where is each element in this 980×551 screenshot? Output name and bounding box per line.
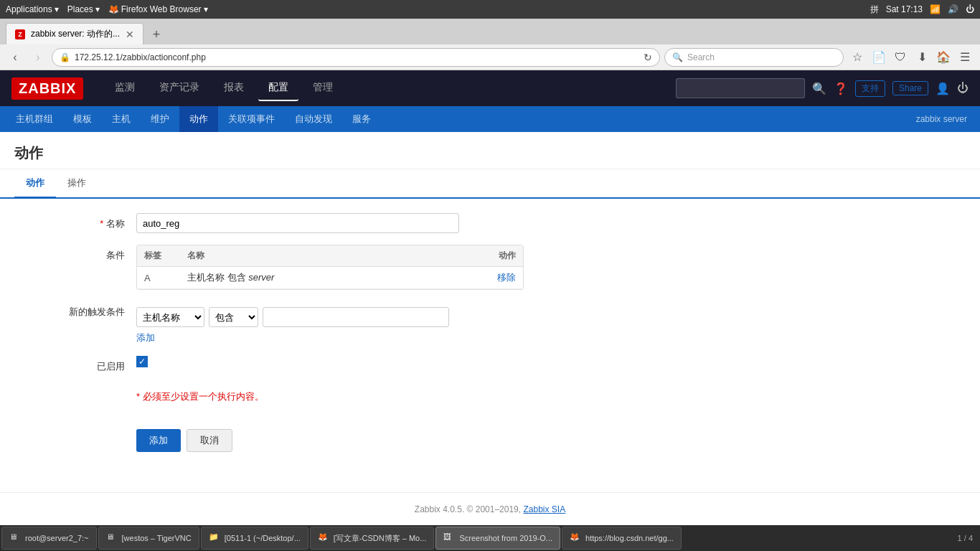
reader-icon[interactable]: 📄: [870, 48, 888, 67]
conditions-control: 标签 名称 动作 A 主机名称 包含 server 移除: [136, 245, 958, 290]
support-link[interactable]: 支持: [855, 80, 885, 97]
taskbar-item-blog[interactable]: 🦊 https://blog.csdn.net/gg...: [562, 527, 682, 550]
enabled-checkbox[interactable]: ✓: [136, 356, 148, 367]
remove-link[interactable]: 移除: [497, 272, 516, 283]
input-method[interactable]: 拼: [870, 4, 879, 16]
new-tab-button[interactable]: +: [146, 24, 166, 44]
conditions-label: 条件: [22, 245, 136, 262]
subnav-template[interactable]: 模板: [63, 106, 102, 132]
buttons-spacer: [22, 415, 136, 419]
col-header-action: 动作: [473, 250, 516, 262]
browser-tab-active[interactable]: Z zabbix server: 动作的... ✕: [6, 23, 143, 44]
form-row-warning: 必须至少设置一个执行内容。: [22, 385, 958, 403]
places-chevron: ▾: [95, 4, 100, 14]
tab-actions[interactable]: 动作: [14, 169, 56, 199]
subnav-left: 主机群组 模板 主机 维护 动作 关联项事件 自动发现 服务: [6, 106, 381, 132]
download-icon[interactable]: ⬇: [913, 48, 931, 67]
support-icon[interactable]: ❓: [834, 82, 848, 95]
terminal-icon: 🖥: [9, 532, 21, 544]
zabbix-main-nav: 监测 资产记录 报表 配置 管理: [105, 75, 343, 101]
taskbar-item-screenshot[interactable]: 🖼 Screenshot from 2019-O...: [435, 527, 560, 550]
logout-icon[interactable]: ⏻: [957, 82, 969, 95]
applications-label: Applications: [6, 4, 52, 14]
condition-operator-select[interactable]: 包含 不包含 等于: [209, 307, 258, 327]
subnav-service[interactable]: 服务: [342, 106, 381, 132]
subnav-auto-discovery[interactable]: 自动发现: [285, 106, 342, 132]
taskbar-item-tigervnc[interactable]: 🖥 [westos – TigerVNC: [98, 527, 199, 550]
places-menu[interactable]: Places ▾: [67, 4, 100, 14]
nav-reports[interactable]: 报表: [214, 75, 254, 101]
nav-monitoring[interactable]: 监测: [105, 75, 145, 101]
pocket-icon[interactable]: 🛡: [891, 48, 910, 67]
zabbix-footer: Zabbix 4.0.5. © 2001–2019, Zabbix SIA: [0, 492, 980, 526]
nav-config[interactable]: 配置: [258, 75, 298, 101]
zabbix-search-input[interactable]: [676, 78, 805, 98]
tab-bar: Z zabbix server: 动作的... ✕ +: [0, 19, 980, 44]
nav-icons: ☆ 📄 🛡 ⬇ 🏠 ☰: [848, 48, 974, 67]
browser-search-box[interactable]: 🔍 Search: [664, 48, 844, 67]
condition-value-input[interactable]: [263, 307, 449, 327]
search-icon: 🔍: [672, 52, 683, 62]
conditions-table: 标签 名称 动作 A 主机名称 包含 server 移除: [136, 245, 524, 290]
browser-menu[interactable]: 🦊 Firefox Web Browser ▾: [108, 4, 208, 14]
address-bar[interactable]: 🔒 172.25.12.1/zabbix/actionconf.php ↻: [52, 48, 660, 67]
subnav-host-group[interactable]: 主机群组: [6, 106, 63, 132]
zabbix-app: ZABBIX 监测 资产记录 报表 配置 管理 🔍 ❓ 支持 Share 👤 ⏻…: [0, 70, 980, 526]
table-row: A 主机名称 包含 server 移除: [137, 267, 523, 289]
enabled-label: 已启用: [22, 356, 136, 373]
taskbar-item-desktop[interactable]: 📁 [0511-1 (~/Desktop/...: [201, 527, 308, 550]
taskbar-label-screenshot: Screenshot from 2019-O...: [459, 534, 552, 542]
subnav-maintenance[interactable]: 维护: [141, 106, 179, 132]
name-control: [136, 213, 958, 233]
bookmark-star-icon[interactable]: ☆: [848, 48, 867, 67]
tab-operations[interactable]: 操作: [56, 169, 98, 197]
warning-control: 必须至少设置一个执行内容。: [136, 385, 958, 403]
buttons-control: 添加 取消: [136, 415, 958, 452]
taskbar-label-csdn: [写文章-CSDN博客 – Mo...: [334, 533, 427, 544]
form-row-name: 名称: [22, 213, 958, 233]
add-condition-link[interactable]: 添加: [136, 331, 155, 344]
system-bar-left: Applications ▾ Places ▾ 🦊 Firefox Web Br…: [6, 4, 208, 14]
zabbix-header: ZABBIX 监测 资产记录 报表 配置 管理 🔍 ❓ 支持 Share 👤 ⏻: [0, 70, 980, 106]
row-name: 主机名称 包含 server: [187, 271, 473, 284]
name-input[interactable]: [136, 213, 459, 233]
condition-type-select[interactable]: 主机名称 主机组 主机元数据: [136, 307, 204, 327]
user-icon[interactable]: 👤: [936, 82, 950, 95]
new-condition-label: 新的触发条件: [22, 301, 136, 319]
browser-label: Firefox Web Browser: [121, 4, 202, 14]
nav-assets[interactable]: 资产记录: [149, 75, 209, 101]
share-link[interactable]: Share: [892, 81, 928, 95]
taskbar-item-csdn[interactable]: 🦊 [写文章-CSDN博客 – Mo...: [310, 527, 435, 550]
zabbix-header-right: 🔍 ❓ 支持 Share 👤 ⏻: [676, 78, 969, 98]
power-icon[interactable]: ⏻: [966, 4, 974, 14]
enabled-control: ✓: [136, 356, 958, 367]
forward-button[interactable]: ›: [29, 48, 47, 67]
name-label: 名称: [22, 213, 136, 230]
page-content: 动作 动作 操作 名称 条件 标签 名: [0, 132, 980, 526]
footer-link[interactable]: Zabbix SIA: [523, 504, 565, 514]
add-button[interactable]: 添加: [136, 429, 181, 452]
cancel-button[interactable]: 取消: [187, 429, 232, 452]
nav-admin[interactable]: 管理: [303, 75, 343, 101]
zabbix-subnav: 主机群组 模板 主机 维护 动作 关联项事件 自动发现 服务 zabbix se…: [0, 106, 980, 132]
taskbar-item-terminal[interactable]: 🖥 root@server2_7:~: [1, 527, 97, 550]
page-title: 动作: [0, 132, 980, 169]
tab-close-button[interactable]: ✕: [126, 29, 134, 40]
taskbar-label-terminal: root@server2_7:~: [25, 534, 89, 542]
back-button[interactable]: ‹: [6, 48, 24, 67]
tab-favicon: Z: [15, 29, 25, 39]
subnav-host[interactable]: 主机: [102, 106, 141, 132]
menu-icon[interactable]: ☰: [956, 48, 974, 67]
search-icon-header[interactable]: 🔍: [812, 82, 826, 95]
volume-icon: 🔊: [948, 4, 958, 14]
subnav-action[interactable]: 动作: [179, 106, 218, 132]
warning-spacer: [22, 385, 136, 389]
csdn-icon: 🦊: [318, 532, 329, 544]
refresh-button[interactable]: ↻: [644, 52, 652, 63]
col-header-name: 名称: [187, 250, 473, 262]
lock-icon: 🔒: [60, 52, 70, 62]
new-condition-control: 主机名称 主机组 主机元数据 包含 不包含 等于 添加: [136, 301, 958, 344]
home-icon[interactable]: 🏠: [934, 48, 953, 67]
applications-menu[interactable]: Applications ▾: [6, 4, 59, 14]
subnav-corr-event[interactable]: 关联项事件: [218, 106, 285, 132]
